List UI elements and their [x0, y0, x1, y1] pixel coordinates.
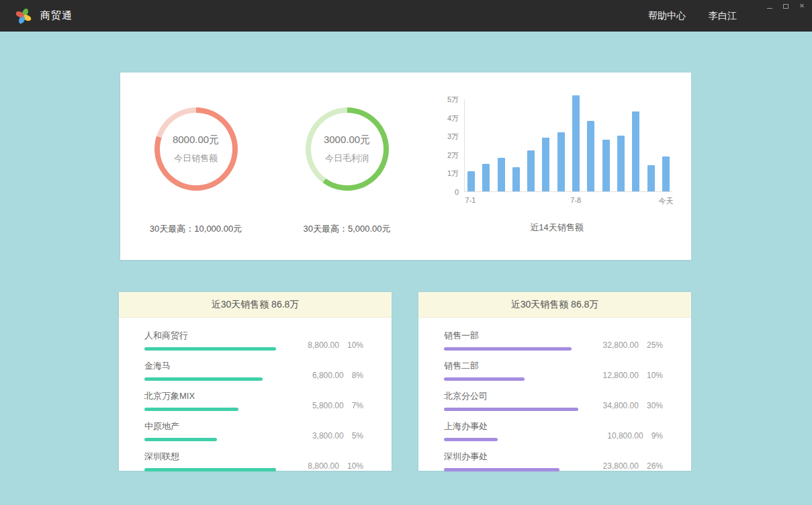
- maximize-icon[interactable]: [781, 2, 791, 10]
- x-axis: 7-17-8今天: [464, 192, 672, 204]
- item-progress-bar: [144, 347, 276, 351]
- y-tick-label: 0: [455, 188, 459, 196]
- list-item: 人和商贸行8,800.0010%: [144, 330, 363, 351]
- customers-sales-card: 近30天销售额 86.8万 人和商贸行8,800.0010%金海马6,800.0…: [119, 292, 392, 471]
- list-item: 销售一部32,800.0025%: [444, 330, 663, 351]
- chart-bar: [498, 158, 505, 191]
- item-percent: 8%: [352, 371, 363, 380]
- item-progress-bar: [444, 347, 572, 351]
- today-profit-max: 30天最高：5,000.00元: [303, 223, 390, 235]
- chart-bar: [647, 165, 655, 191]
- item-amount: 32,800.00: [603, 340, 639, 350]
- item-amount: 34,800.00: [603, 401, 639, 410]
- item-progress-bar: [444, 408, 578, 411]
- item-amount: 23,800.00: [603, 461, 639, 471]
- item-amount: 10,800.00: [607, 431, 643, 441]
- item-percent: 10%: [347, 461, 363, 471]
- item-progress-track: [444, 408, 578, 411]
- item-amount: 6,800.00: [312, 371, 344, 380]
- item-progress-track: [444, 347, 578, 351]
- chart-bar: [557, 132, 565, 191]
- today-sales-label: 今日销售额: [174, 152, 218, 165]
- item-name: 销售一部: [444, 330, 578, 342]
- chart-bar: [602, 140, 610, 191]
- item-progress-track: [144, 438, 279, 441]
- minimize-icon[interactable]: [765, 2, 774, 10]
- item-name: 金海马: [144, 360, 279, 372]
- chart-bar: [617, 136, 625, 191]
- username-link[interactable]: 李白江: [709, 10, 737, 22]
- topbar: 商贸通 帮助中心 李白江 ✕: [0, 0, 812, 32]
- y-tick-label: 5万: [447, 95, 459, 103]
- item-progress-track: [144, 468, 279, 471]
- y-tick-label: 1万: [447, 169, 459, 177]
- item-progress-bar: [144, 468, 276, 471]
- item-amount: 5,800.00: [312, 401, 344, 410]
- item-progress-track: [444, 468, 578, 471]
- list-item: 北京分公司34,800.0030%: [444, 390, 663, 411]
- item-percent: 9%: [651, 431, 663, 441]
- close-icon[interactable]: ✕: [797, 2, 807, 10]
- item-progress-bar: [144, 377, 263, 381]
- chart-bar: [482, 164, 490, 191]
- item-percent: 25%: [647, 340, 663, 350]
- item-progress-bar: [144, 438, 217, 441]
- list-item: 深圳办事处23,800.0026%: [444, 451, 663, 471]
- item-amount: 3,800.00: [312, 431, 344, 441]
- today-profit-label: 今日毛利润: [325, 152, 369, 165]
- y-axis: 01万2万3万4万5万: [441, 99, 464, 192]
- chart-bar: [527, 150, 535, 191]
- item-progress-track: [444, 377, 578, 381]
- summary-card: 8000.00元 今日销售额 30天最高：10,000.00元 3000.00元…: [120, 73, 691, 260]
- chart-caption: 近14天销售额: [530, 222, 583, 234]
- list-item: 金海马6,800.008%: [144, 360, 363, 381]
- bar-chart: 01万2万3万4万5万: [441, 99, 672, 192]
- item-progress-bar: [144, 408, 238, 411]
- today-sales-max: 30天最高：10,000.00元: [150, 223, 242, 235]
- item-name: 北京分公司: [444, 390, 578, 402]
- departments-card-body: 销售一部32,800.0025%销售二部12,800.0010%北京分公司34,…: [418, 318, 691, 471]
- item-name: 北京万象MIX: [144, 390, 279, 402]
- chart-bar: [662, 156, 670, 191]
- item-name: 销售二部: [444, 360, 578, 372]
- list-item: 销售二部12,800.0010%: [444, 360, 663, 381]
- item-name: 中原地产: [144, 420, 279, 432]
- item-name: 人和商贸行: [144, 330, 279, 342]
- departments-card-title: 近30天销售额 86.8万: [418, 292, 691, 318]
- departments-sales-card: 近30天销售额 86.8万 销售一部32,800.0025%销售二部12,800…: [418, 292, 691, 471]
- list-item: 上海办事处10,800.009%: [444, 420, 663, 441]
- item-progress-bar: [444, 468, 559, 471]
- item-percent: 10%: [647, 371, 663, 380]
- bar-chart-plot: [464, 99, 672, 192]
- y-tick-label: 4万: [447, 114, 459, 122]
- item-name: 深圳办事处: [444, 451, 578, 463]
- today-profit-donut: 3000.00元 今日毛利润: [306, 107, 389, 191]
- chart-bar: [467, 171, 475, 191]
- item-amount: 12,800.00: [603, 371, 639, 380]
- window-controls: ✕: [765, 2, 807, 10]
- x-tick-label: 7-8: [570, 196, 581, 204]
- y-tick-label: 3万: [447, 132, 459, 140]
- list-item: 深圳联想8,800.0010%: [144, 451, 363, 471]
- item-percent: 5%: [352, 431, 363, 441]
- list-item: 北京万象MIX5,800.007%: [144, 390, 363, 411]
- item-progress-bar: [444, 377, 525, 381]
- today-sales-donut: 8000.00元 今日销售额: [154, 107, 238, 191]
- item-progress-track: [144, 408, 279, 411]
- chart-bar: [512, 167, 520, 191]
- chart-bar: [632, 111, 639, 191]
- help-center-link[interactable]: 帮助中心: [648, 10, 686, 22]
- today-sales-value: 8000.00元: [173, 134, 219, 146]
- item-amount: 8,800.00: [308, 340, 339, 350]
- x-tick-label: 今天: [659, 196, 674, 206]
- item-progress-bar: [444, 438, 498, 441]
- item-amount: 8,800.00: [308, 461, 339, 471]
- item-progress-track: [144, 347, 279, 351]
- topbar-right: 帮助中心 李白江: [648, 10, 797, 22]
- today-sales-section: 8000.00元 今日销售额 30天最高：10,000.00元: [120, 73, 271, 260]
- customers-card-title: 近30天销售额 86.8万: [119, 292, 392, 318]
- item-percent: 10%: [347, 340, 363, 350]
- list-item: 中原地产3,800.005%: [144, 420, 363, 441]
- item-percent: 26%: [647, 461, 663, 471]
- item-progress-track: [144, 377, 279, 381]
